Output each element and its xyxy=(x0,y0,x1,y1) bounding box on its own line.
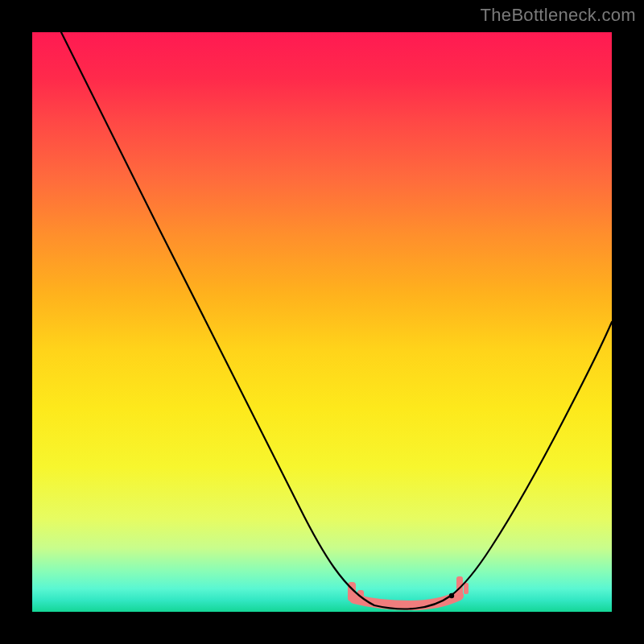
min-marker-dot xyxy=(449,593,454,598)
optimal-range-right-tick-2 xyxy=(464,583,469,594)
attribution-watermark: TheBottleneck.com xyxy=(481,5,636,26)
bottleneck-curve xyxy=(61,32,612,609)
chart-frame: TheBottleneck.com xyxy=(0,0,644,644)
chart-overlay xyxy=(32,32,612,612)
